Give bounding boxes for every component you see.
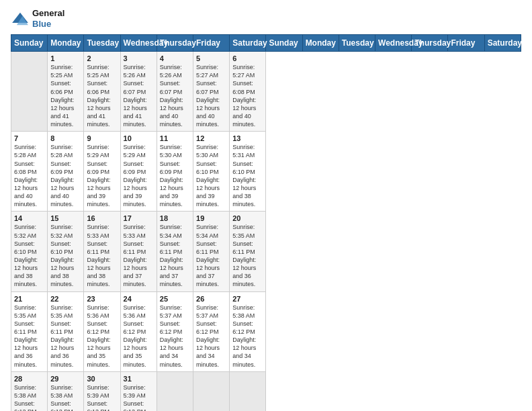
cell-details: Sunrise: 5:33 AMSunset: 6:11 PMDaylight:… bbox=[124, 223, 154, 288]
day-number: 15 bbox=[50, 214, 81, 222]
calendar-cell: 1Sunrise: 5:25 AMSunset: 6:06 PMDaylight… bbox=[48, 52, 84, 132]
cell-details: Sunrise: 5:38 AMSunset: 6:12 PMDaylight:… bbox=[50, 383, 81, 411]
calendar-cell: 23Sunrise: 5:36 AMSunset: 6:12 PMDayligh… bbox=[84, 291, 120, 371]
day-number: 16 bbox=[87, 214, 117, 222]
day-number: 28 bbox=[14, 375, 44, 383]
day-number: 25 bbox=[160, 295, 190, 303]
calendar-cell: 9Sunrise: 5:29 AMSunset: 6:09 PMDaylight… bbox=[84, 132, 120, 212]
cell-details: Sunrise: 5:28 AMSunset: 6:08 PMDaylight:… bbox=[14, 143, 44, 208]
calendar-cell bbox=[11, 52, 48, 132]
calendar-cell: 15Sunrise: 5:32 AMSunset: 6:10 PMDayligh… bbox=[48, 212, 84, 291]
day-number: 11 bbox=[160, 134, 190, 142]
weekday-header: Thursday bbox=[157, 35, 193, 52]
cell-details: Sunrise: 5:37 AMSunset: 6:12 PMDaylight:… bbox=[196, 304, 226, 369]
day-number: 5 bbox=[196, 54, 226, 62]
calendar-cell: 21Sunrise: 5:35 AMSunset: 6:11 PMDayligh… bbox=[11, 291, 48, 371]
calendar-cell: 10Sunrise: 5:29 AMSunset: 6:09 PMDayligh… bbox=[120, 132, 157, 212]
weekday-header: Thursday bbox=[412, 35, 448, 52]
day-number: 31 bbox=[124, 375, 154, 383]
cell-details: Sunrise: 5:25 AMSunset: 6:06 PMDaylight:… bbox=[87, 63, 117, 128]
cell-details: Sunrise: 5:35 AMSunset: 6:11 PMDaylight:… bbox=[232, 223, 263, 288]
calendar-cell: 24Sunrise: 5:36 AMSunset: 6:12 PMDayligh… bbox=[120, 291, 157, 371]
calendar-cell: 5Sunrise: 5:27 AMSunset: 6:07 PMDaylight… bbox=[193, 52, 230, 132]
day-number: 23 bbox=[87, 295, 117, 303]
calendar-cell: 7Sunrise: 5:28 AMSunset: 6:08 PMDaylight… bbox=[11, 132, 48, 212]
cell-details: Sunrise: 5:29 AMSunset: 6:09 PMDaylight:… bbox=[87, 143, 117, 208]
calendar-week-row: 28Sunrise: 5:38 AMSunset: 6:12 PMDayligh… bbox=[11, 371, 521, 411]
weekday-header: Wednesday bbox=[375, 35, 412, 52]
calendar-cell: 22Sunrise: 5:35 AMSunset: 6:11 PMDayligh… bbox=[48, 291, 84, 371]
day-number: 29 bbox=[50, 375, 81, 383]
cell-details: Sunrise: 5:33 AMSunset: 6:11 PMDaylight:… bbox=[87, 223, 117, 288]
calendar-cell: 20Sunrise: 5:35 AMSunset: 6:11 PMDayligh… bbox=[230, 212, 266, 291]
calendar-cell: 19Sunrise: 5:34 AMSunset: 6:11 PMDayligh… bbox=[193, 212, 230, 291]
calendar-week-row: 7Sunrise: 5:28 AMSunset: 6:08 PMDaylight… bbox=[11, 132, 521, 212]
weekday-header: Friday bbox=[448, 35, 484, 52]
cell-details: Sunrise: 5:31 AMSunset: 6:10 PMDaylight:… bbox=[232, 143, 263, 208]
day-number: 8 bbox=[50, 134, 81, 142]
day-number: 27 bbox=[232, 295, 263, 303]
header: General Blue bbox=[11, 8, 521, 29]
cell-details: Sunrise: 5:36 AMSunset: 6:12 PMDaylight:… bbox=[124, 304, 154, 369]
cell-details: Sunrise: 5:34 AMSunset: 6:11 PMDaylight:… bbox=[196, 223, 226, 288]
weekday-header: Saturday bbox=[484, 35, 521, 52]
calendar-cell: 14Sunrise: 5:32 AMSunset: 6:10 PMDayligh… bbox=[11, 212, 48, 291]
cell-details: Sunrise: 5:38 AMSunset: 6:12 PMDaylight:… bbox=[14, 383, 44, 411]
calendar-cell: 29Sunrise: 5:38 AMSunset: 6:12 PMDayligh… bbox=[48, 371, 84, 411]
day-number: 14 bbox=[14, 214, 44, 222]
day-number: 4 bbox=[160, 54, 190, 62]
calendar-cell: 3Sunrise: 5:26 AMSunset: 6:07 PMDaylight… bbox=[120, 52, 157, 132]
day-number: 13 bbox=[232, 134, 263, 142]
calendar-cell: 6Sunrise: 5:27 AMSunset: 6:08 PMDaylight… bbox=[230, 52, 266, 132]
day-number: 6 bbox=[232, 54, 263, 62]
weekday-header: Friday bbox=[193, 35, 230, 52]
weekday-header: Sunday bbox=[266, 35, 302, 52]
page-container: General Blue SundayMondayTuesdayWednesda… bbox=[0, 0, 532, 411]
day-number: 22 bbox=[50, 295, 81, 303]
calendar-cell: 12Sunrise: 5:30 AMSunset: 6:10 PMDayligh… bbox=[193, 132, 230, 212]
day-number: 10 bbox=[124, 134, 154, 142]
day-number: 2 bbox=[87, 54, 117, 62]
calendar-cell bbox=[193, 371, 230, 411]
day-number: 18 bbox=[160, 214, 190, 222]
calendar-cell: 18Sunrise: 5:34 AMSunset: 6:11 PMDayligh… bbox=[157, 212, 193, 291]
cell-details: Sunrise: 5:26 AMSunset: 6:07 PMDaylight:… bbox=[124, 63, 154, 128]
weekday-header: Tuesday bbox=[339, 35, 375, 52]
calendar-cell: 27Sunrise: 5:38 AMSunset: 6:12 PMDayligh… bbox=[230, 291, 266, 371]
calendar-cell: 30Sunrise: 5:39 AMSunset: 6:12 PMDayligh… bbox=[84, 371, 120, 411]
day-number: 19 bbox=[196, 214, 226, 222]
day-number: 1 bbox=[50, 54, 81, 62]
calendar-cell: 11Sunrise: 5:30 AMSunset: 6:09 PMDayligh… bbox=[157, 132, 193, 212]
calendar-cell: 25Sunrise: 5:37 AMSunset: 6:12 PMDayligh… bbox=[157, 291, 193, 371]
cell-details: Sunrise: 5:35 AMSunset: 6:11 PMDaylight:… bbox=[50, 304, 81, 369]
calendar-cell: 13Sunrise: 5:31 AMSunset: 6:10 PMDayligh… bbox=[230, 132, 266, 212]
cell-details: Sunrise: 5:36 AMSunset: 6:12 PMDaylight:… bbox=[87, 304, 117, 369]
cell-details: Sunrise: 5:28 AMSunset: 6:09 PMDaylight:… bbox=[50, 143, 81, 208]
cell-details: Sunrise: 5:39 AMSunset: 6:12 PMDaylight:… bbox=[124, 383, 154, 411]
day-number: 17 bbox=[124, 214, 154, 222]
calendar-cell: 26Sunrise: 5:37 AMSunset: 6:12 PMDayligh… bbox=[193, 291, 230, 371]
calendar-cell: 16Sunrise: 5:33 AMSunset: 6:11 PMDayligh… bbox=[84, 212, 120, 291]
calendar-week-row: 21Sunrise: 5:35 AMSunset: 6:11 PMDayligh… bbox=[11, 291, 521, 371]
calendar-header-row: SundayMondayTuesdayWednesdayThursdayFrid… bbox=[11, 35, 521, 52]
cell-details: Sunrise: 5:39 AMSunset: 6:12 PMDaylight:… bbox=[87, 383, 117, 411]
cell-details: Sunrise: 5:25 AMSunset: 6:06 PMDaylight:… bbox=[50, 63, 81, 128]
calendar-cell: 17Sunrise: 5:33 AMSunset: 6:11 PMDayligh… bbox=[120, 212, 157, 291]
cell-details: Sunrise: 5:35 AMSunset: 6:11 PMDaylight:… bbox=[14, 304, 44, 369]
calendar-cell bbox=[230, 371, 266, 411]
cell-details: Sunrise: 5:32 AMSunset: 6:10 PMDaylight:… bbox=[50, 223, 81, 288]
weekday-header: Sunday bbox=[11, 35, 48, 52]
cell-details: Sunrise: 5:26 AMSunset: 6:07 PMDaylight:… bbox=[160, 63, 190, 128]
day-number: 26 bbox=[196, 295, 226, 303]
logo-icon bbox=[11, 11, 30, 26]
calendar-cell: 31Sunrise: 5:39 AMSunset: 6:12 PMDayligh… bbox=[120, 371, 157, 411]
cell-details: Sunrise: 5:30 AMSunset: 6:09 PMDaylight:… bbox=[160, 143, 190, 208]
cell-details: Sunrise: 5:29 AMSunset: 6:09 PMDaylight:… bbox=[124, 143, 154, 208]
calendar-cell: 2Sunrise: 5:25 AMSunset: 6:06 PMDaylight… bbox=[84, 52, 120, 132]
day-number: 3 bbox=[124, 54, 154, 62]
cell-details: Sunrise: 5:27 AMSunset: 6:08 PMDaylight:… bbox=[232, 63, 263, 128]
calendar-cell: 28Sunrise: 5:38 AMSunset: 6:12 PMDayligh… bbox=[11, 371, 48, 411]
day-number: 20 bbox=[232, 214, 263, 222]
weekday-header: Tuesday bbox=[84, 35, 120, 52]
day-number: 30 bbox=[87, 375, 117, 383]
